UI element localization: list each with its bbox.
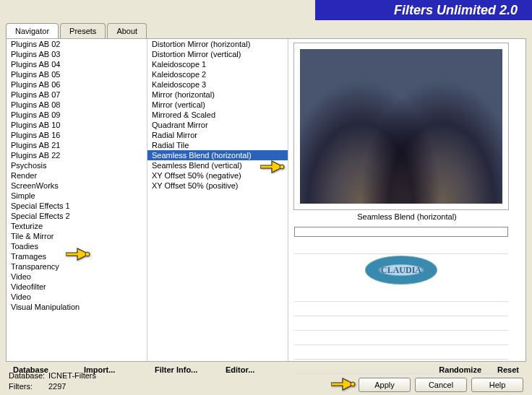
list-item[interactable]: Radial Mirror [147,130,288,140]
list-item[interactable]: Plugins AB 03 [7,49,147,59]
list-item[interactable]: Plugins AB 08 [7,100,147,110]
list-item[interactable]: Plugins AB 02 [7,39,147,49]
svg-point-0 [85,252,90,256]
list-item[interactable]: Plugins AB 04 [7,59,147,69]
list-item[interactable]: Kaleidoscope 3 [147,79,288,90]
progress-bar [294,227,508,237]
category-list-panel: Plugins AB 02Plugins AB 03Plugins AB 04P… [7,39,147,361]
preview-panel: Seamless Blend (horizontal) CLAUDIA [288,39,525,361]
tab-navigator[interactable]: Navigator [6,23,59,38]
cancel-button[interactable]: Cancel [415,378,467,392]
list-item[interactable]: XY Offset 50% (positive) [147,181,288,191]
list-item[interactable]: Kaleidoscope 2 [147,69,288,79]
list-item[interactable]: Distortion Mirror (horizontal) [147,39,288,49]
list-item[interactable]: Radial Tile [147,140,288,150]
list-item[interactable]: Render [7,170,147,181]
filter-list[interactable]: Distortion Mirror (horizontal)Distortion… [147,39,288,361]
list-item[interactable]: Distortion Mirror (vertical) [147,49,288,59]
db-value: ICNET-Filters [48,371,96,380]
list-item[interactable]: Plugins AB 10 [7,120,147,130]
help-button[interactable]: Help [471,378,523,392]
tab-about[interactable]: About [107,23,147,38]
db-label: Database: [9,370,48,381]
filter-count-value: 2297 [48,382,66,391]
list-item[interactable]: Video [7,272,147,282]
list-item[interactable]: Video [7,292,147,302]
list-item[interactable]: Special Effects 2 [7,211,147,221]
list-item[interactable]: Mirror (vertical) [147,100,288,110]
tab-strip: NavigatorPresetsAbout [0,20,532,38]
list-item[interactable]: Tile & Mirror [7,231,147,241]
list-item[interactable]: Kaleidoscope 1 [147,59,288,69]
list-item[interactable]: Plugins AB 05 [7,69,147,79]
filter-list-panel: Distortion Mirror (horizontal)Distortion… [147,39,288,361]
list-item[interactable]: Texturize [7,221,147,231]
list-item[interactable]: Visual Manipulation [7,302,147,312]
list-item[interactable]: Plugins AB 07 [7,90,147,100]
list-item[interactable]: ScreenWorks [7,181,147,191]
list-item[interactable]: Simple [7,191,147,201]
list-item[interactable]: Plugins AB 09 [7,110,147,120]
list-item[interactable]: Mirrored & Scaled [147,110,288,120]
list-item[interactable]: Quadrant Mirror [147,120,288,130]
pointer-icon [331,376,359,394]
apply-button[interactable]: Apply [359,378,411,392]
svg-point-1 [280,165,284,169]
tab-presets[interactable]: Presets [60,23,106,38]
list-item[interactable]: Special Effects 1 [7,201,147,211]
category-list[interactable]: Plugins AB 02Plugins AB 03Plugins AB 04P… [7,39,147,361]
parameter-rows: CLAUDIA [294,240,508,374]
svg-point-2 [351,382,355,386]
list-item[interactable]: Videofilter [7,282,147,292]
list-item[interactable]: Plugins AB 21 [7,140,147,150]
list-item[interactable]: Mirror (horizontal) [147,90,288,100]
list-item[interactable]: Plugins AB 22 [7,150,147,160]
preview-label: Seamless Blend (horizontal) [294,212,520,221]
app-title-bar: Filters Unlimited 2.0 [315,0,532,20]
preview-image [294,43,508,209]
action-buttons: ApplyCancelHelp [359,378,523,392]
pointer-icon [66,246,93,264]
status-info: Database:ICNET-Filters Filters:2297 [9,370,96,392]
list-item[interactable]: Plugins AB 06 [7,79,147,90]
filter-count-label: Filters: [9,381,48,392]
watermark-badge: CLAUDIA [365,256,437,285]
pointer-icon [260,158,288,177]
list-item[interactable]: Plugins AB 16 [7,130,147,140]
list-item[interactable]: Psychosis [7,160,147,170]
